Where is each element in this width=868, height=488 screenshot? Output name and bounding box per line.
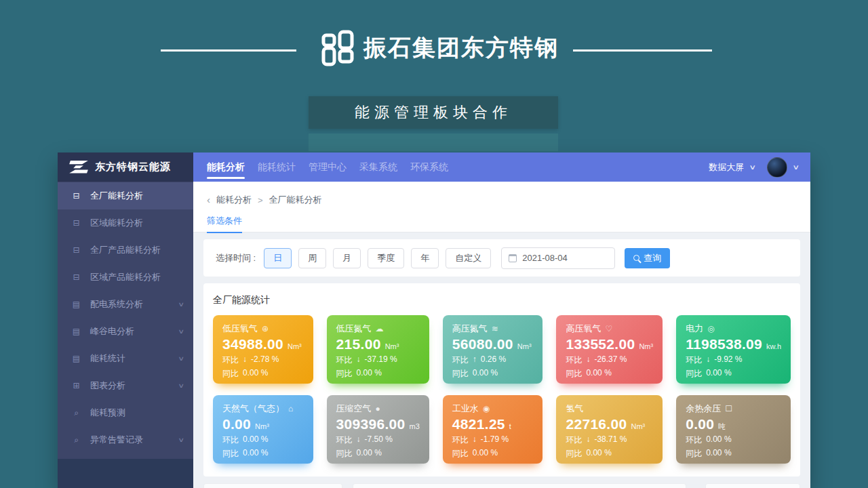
menu-icon: ▤: [71, 300, 81, 309]
ring-ratio-row: 环比↓-9.92 %: [686, 354, 781, 366]
ring-ratio-row: 环比↓-1.79 %: [452, 434, 534, 446]
sidebar-item-label: 区域能耗分析: [90, 217, 143, 229]
year-ratio-row: 同比0.00 %: [686, 448, 781, 460]
sidebar-item-5[interactable]: ▤配电系统分析∨: [58, 291, 193, 318]
ring-ratio-label: 环比: [222, 354, 239, 366]
ring-ratio-label: 环比: [452, 354, 469, 366]
date-input[interactable]: 2021-08-04: [501, 247, 615, 269]
back-arrow-icon[interactable]: ‹: [207, 197, 210, 203]
z-logo-icon: [68, 161, 89, 174]
user-avatar[interactable]: [767, 157, 787, 178]
year-ratio-value: 0.00 %: [243, 368, 268, 380]
ring-ratio-value: -7.50 %: [365, 434, 393, 446]
query-button[interactable]: 查询: [625, 248, 670, 268]
sidebar-item-10[interactable]: ⌕异常告警记录∨: [58, 426, 193, 453]
stat-card-number: 22716.00: [566, 416, 627, 432]
sidebar-item-label: 配电系统分析: [90, 298, 143, 310]
chevron-down-icon: ∨: [178, 328, 185, 335]
ring-ratio-row: 环比↓-26.37 %: [566, 354, 653, 366]
time-option-3[interactable]: 月: [333, 248, 361, 268]
time-option-2[interactable]: 周: [298, 248, 326, 268]
year-ratio-label: 同比: [566, 448, 582, 460]
ring-ratio-row: 环比↓-7.50 %: [336, 434, 420, 446]
sidebar-item-9[interactable]: ⌕能耗预测: [58, 399, 193, 426]
menu-icon: ⌕: [71, 435, 81, 445]
year-ratio-label: 同比: [336, 448, 353, 460]
nav-tab-3[interactable]: 管理中心: [309, 152, 347, 182]
stat-card-name: 压缩空气●: [336, 403, 420, 415]
stat-card-value: 1198538.09kw.h: [686, 336, 781, 352]
ring-ratio-label: 环比: [686, 434, 702, 446]
ring-ratio-value: -38.71 %: [594, 434, 627, 446]
time-option-1[interactable]: 日: [264, 248, 292, 268]
stat-card-unit: Nm³: [288, 342, 302, 350]
sidebar-item-8[interactable]: ⊞图表分析∨: [58, 372, 193, 399]
nav-tab-4[interactable]: 采集系统: [359, 152, 397, 182]
sidebar-item-label: 峰谷电分析: [90, 325, 134, 338]
year-ratio-row: 同比0.00 %: [566, 448, 653, 460]
time-option-6[interactable]: 自定义: [446, 248, 491, 268]
sidebar-item-2[interactable]: ⊟区域能耗分析: [58, 209, 193, 237]
year-ratio-row: 同比0.00 %: [222, 448, 304, 460]
ring-ratio-row: 环比0.00 %: [686, 434, 781, 446]
year-ratio-row: 同比0.00 %: [452, 448, 534, 460]
sidebar-item-7[interactable]: ▤能耗统计∨: [58, 345, 193, 372]
arrow-down-icon: ↓: [243, 354, 247, 366]
stat-card-unit: t: [509, 422, 511, 430]
query-button-label: 查询: [644, 252, 661, 264]
stat-cards-grid: 低压氧气⊕34988.00Nm³环比↓-2.78 %同比0.00 %低压氮气☁2…: [213, 315, 791, 464]
stat-card-number: 133552.00: [566, 336, 635, 352]
sidebar-menu: ⊟全厂能耗分析⊟区域能耗分析⊟全厂产品能耗分析⊟区域产品能耗分析▤配电系统分析∨…: [58, 182, 193, 459]
nav-tab-2[interactable]: 能耗统计: [258, 152, 296, 182]
arrow-up-icon: ↑: [473, 354, 477, 366]
stat-card-unit: m3: [410, 422, 420, 430]
sidebar-item-1[interactable]: ⊟全厂能耗分析: [58, 182, 193, 209]
nav-tab-5[interactable]: 环保系统: [410, 152, 448, 182]
stat-card-3: 高压氮气≋56080.00Nm³环比↑0.26 %同比0.00 %: [443, 315, 543, 384]
tab-filter-conditions[interactable]: 筛选条件: [207, 215, 242, 233]
breadcrumb-strip: ‹ 能耗分析 > 全厂能耗分析 筛选条件: [193, 182, 810, 232]
brand-header: 振石集团东方特钢: [321, 30, 559, 66]
stat-card-label: 工业水: [452, 403, 479, 415]
sidebar-item-4[interactable]: ⊟区域产品能耗分析: [58, 264, 193, 291]
search-icon: [633, 255, 639, 261]
banner-reflection: [309, 134, 558, 151]
chevron-down-icon: ∨: [178, 355, 185, 362]
year-ratio-value: 0.00 %: [586, 368, 611, 380]
energy-type-icon: ⊕: [262, 324, 269, 333]
year-ratio-row: 同比0.00 %: [452, 368, 534, 380]
date-value: 2021-08-04: [522, 253, 568, 263]
ring-ratio-row: 环比↓-38.71 %: [566, 434, 653, 446]
chevron-down-icon[interactable]: ∨: [749, 163, 757, 171]
sidebar-item-3[interactable]: ⊟全厂产品能耗分析: [58, 237, 193, 264]
sidebar: 东方特钢云能源 ⊟全厂能耗分析⊟区域能耗分析⊟全厂产品能耗分析⊟区域产品能耗分析…: [58, 152, 193, 488]
stat-card-label: 高压氮气: [452, 323, 488, 335]
time-option-4[interactable]: 季度: [368, 248, 404, 268]
lower-panels-clipped: [203, 483, 800, 488]
stat-card-number: 0.00: [686, 416, 714, 432]
ring-ratio-row: 环比↓-2.78 %: [222, 354, 304, 366]
year-ratio-label: 同比: [452, 448, 469, 460]
sidebar-item-6[interactable]: ▤峰谷电分析∨: [58, 318, 193, 345]
year-ratio-label: 同比: [336, 368, 353, 380]
arrow-down-icon: ↓: [706, 354, 710, 366]
stat-card-name: 余热余压☐: [686, 403, 781, 415]
year-ratio-value: 0.00 %: [706, 368, 731, 380]
year-ratio-label: 同比: [686, 448, 702, 460]
ring-ratio-value: -37.19 %: [365, 354, 397, 366]
data-screen-link[interactable]: 数据大屏: [709, 161, 744, 174]
subtitle-banner: 能源管理板块合作: [309, 96, 558, 129]
nav-tab-1[interactable]: 能耗分析: [207, 152, 245, 182]
decorative-line-left: [161, 49, 296, 52]
stat-card-value: 309396.00m3: [336, 416, 420, 432]
chevron-down-icon[interactable]: ∨: [792, 163, 800, 171]
ring-ratio-label: 环比: [336, 434, 353, 446]
energy-type-icon: ☐: [725, 404, 732, 413]
stat-card-6: 天然气（气态）⌂0.00Nm³环比0.00 %同比0.00 %: [213, 395, 313, 464]
stat-card-unit: Nm³: [639, 342, 653, 350]
stat-card-number: 56080.00: [452, 336, 513, 352]
arrow-down-icon: ↓: [357, 434, 361, 446]
year-ratio-value: 0.00 %: [706, 448, 731, 460]
breadcrumb-section[interactable]: 能耗分析: [216, 194, 252, 206]
time-option-5[interactable]: 年: [411, 248, 439, 268]
